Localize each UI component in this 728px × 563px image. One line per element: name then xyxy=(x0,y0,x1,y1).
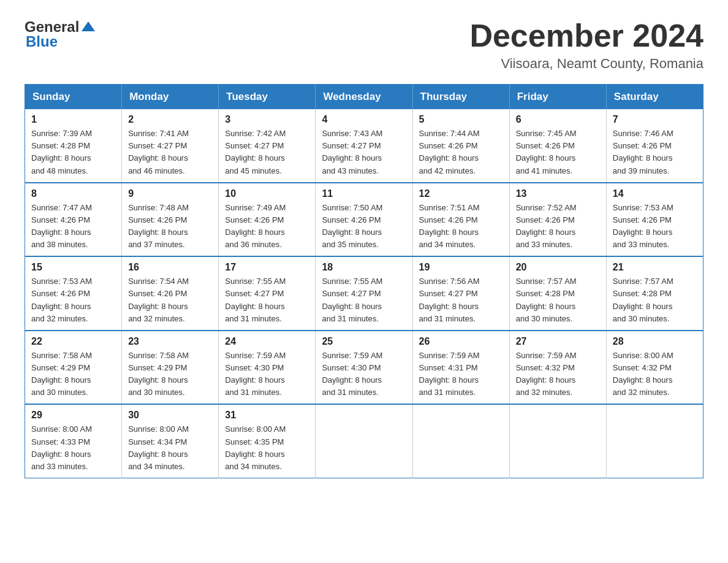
calendar-cell: 5 Sunrise: 7:44 AM Sunset: 4:26 PM Dayli… xyxy=(412,109,509,183)
day-info: Sunrise: 7:52 AM Sunset: 4:26 PM Dayligh… xyxy=(516,202,600,251)
day-number: 27 xyxy=(516,336,600,347)
day-number: 5 xyxy=(419,114,503,125)
calendar-cell xyxy=(412,404,509,478)
day-number: 16 xyxy=(128,262,212,273)
day-info: Sunrise: 7:57 AM Sunset: 4:28 PM Dayligh… xyxy=(613,275,697,325)
day-info: Sunrise: 8:00 AM Sunset: 4:32 PM Dayligh… xyxy=(613,350,697,399)
location-title: Viisoara, Neamt County, Romania xyxy=(469,56,703,72)
logo: General Blue xyxy=(25,18,95,50)
day-number: 19 xyxy=(419,262,503,273)
weekday-header-wednesday: Wednesday xyxy=(316,85,412,110)
calendar-cell: 4 Sunrise: 7:43 AM Sunset: 4:27 PM Dayli… xyxy=(316,109,412,183)
calendar-cell: 31 Sunrise: 8:00 AM Sunset: 4:35 PM Dayl… xyxy=(219,404,316,478)
day-info: Sunrise: 7:55 AM Sunset: 4:27 PM Dayligh… xyxy=(225,275,309,325)
calendar-cell: 14 Sunrise: 7:53 AM Sunset: 4:26 PM Dayl… xyxy=(606,183,703,257)
calendar-cell: 29 Sunrise: 8:00 AM Sunset: 4:33 PM Dayl… xyxy=(25,404,122,478)
day-number: 25 xyxy=(322,336,406,347)
day-number: 30 xyxy=(128,410,212,421)
calendar-table: SundayMondayTuesdayWednesdayThursdayFrid… xyxy=(25,84,703,478)
calendar-cell: 8 Sunrise: 7:47 AM Sunset: 4:26 PM Dayli… xyxy=(25,183,122,257)
calendar-cell: 1 Sunrise: 7:39 AM Sunset: 4:28 PM Dayli… xyxy=(25,109,122,183)
calendar-cell: 16 Sunrise: 7:54 AM Sunset: 4:26 PM Dayl… xyxy=(122,256,219,331)
day-info: Sunrise: 7:59 AM Sunset: 4:31 PM Dayligh… xyxy=(419,350,503,399)
calendar-cell: 7 Sunrise: 7:46 AM Sunset: 4:26 PM Dayli… xyxy=(606,109,703,183)
day-number: 14 xyxy=(613,188,697,199)
day-number: 23 xyxy=(128,336,212,347)
weekday-header-saturday: Saturday xyxy=(606,85,703,110)
calendar-cell: 24 Sunrise: 7:59 AM Sunset: 4:30 PM Dayl… xyxy=(219,331,316,405)
day-number: 12 xyxy=(419,188,503,199)
day-info: Sunrise: 7:43 AM Sunset: 4:27 PM Dayligh… xyxy=(322,128,406,177)
day-info: Sunrise: 7:49 AM Sunset: 4:26 PM Dayligh… xyxy=(225,202,309,251)
day-info: Sunrise: 7:53 AM Sunset: 4:26 PM Dayligh… xyxy=(613,202,697,251)
calendar-week-row: 1 Sunrise: 7:39 AM Sunset: 4:28 PM Dayli… xyxy=(25,109,703,183)
day-info: Sunrise: 7:55 AM Sunset: 4:27 PM Dayligh… xyxy=(322,275,406,325)
day-number: 6 xyxy=(516,114,600,125)
weekday-header-friday: Friday xyxy=(509,85,606,110)
day-number: 24 xyxy=(225,336,309,347)
day-info: Sunrise: 7:51 AM Sunset: 4:26 PM Dayligh… xyxy=(419,202,503,251)
day-number: 15 xyxy=(31,262,115,273)
day-info: Sunrise: 8:00 AM Sunset: 4:35 PM Dayligh… xyxy=(225,423,309,473)
logo-blue-text: Blue xyxy=(26,33,95,50)
day-info: Sunrise: 7:59 AM Sunset: 4:30 PM Dayligh… xyxy=(322,350,406,399)
weekday-header-monday: Monday xyxy=(122,85,219,110)
day-number: 20 xyxy=(516,262,600,273)
calendar-week-row: 29 Sunrise: 8:00 AM Sunset: 4:33 PM Dayl… xyxy=(25,404,703,478)
calendar-cell: 10 Sunrise: 7:49 AM Sunset: 4:26 PM Dayl… xyxy=(219,183,316,257)
day-number: 9 xyxy=(128,188,212,199)
day-number: 11 xyxy=(322,188,406,199)
weekday-header-sunday: Sunday xyxy=(25,85,122,110)
calendar-cell xyxy=(509,404,606,478)
calendar-cell: 21 Sunrise: 7:57 AM Sunset: 4:28 PM Dayl… xyxy=(606,256,703,331)
calendar-cell xyxy=(316,404,412,478)
calendar-cell: 2 Sunrise: 7:41 AM Sunset: 4:27 PM Dayli… xyxy=(122,109,219,183)
day-number: 18 xyxy=(322,262,406,273)
calendar-cell: 23 Sunrise: 7:58 AM Sunset: 4:29 PM Dayl… xyxy=(122,331,219,405)
calendar-cell: 22 Sunrise: 7:58 AM Sunset: 4:29 PM Dayl… xyxy=(25,331,122,405)
day-number: 2 xyxy=(128,114,212,125)
day-number: 31 xyxy=(225,410,309,421)
day-number: 10 xyxy=(225,188,309,199)
day-info: Sunrise: 7:58 AM Sunset: 4:29 PM Dayligh… xyxy=(31,350,115,399)
day-info: Sunrise: 7:48 AM Sunset: 4:26 PM Dayligh… xyxy=(128,202,212,251)
day-info: Sunrise: 7:54 AM Sunset: 4:26 PM Dayligh… xyxy=(128,275,212,325)
day-number: 21 xyxy=(613,262,697,273)
day-info: Sunrise: 7:59 AM Sunset: 4:30 PM Dayligh… xyxy=(225,350,309,399)
calendar-cell: 26 Sunrise: 7:59 AM Sunset: 4:31 PM Dayl… xyxy=(412,331,509,405)
day-number: 13 xyxy=(516,188,600,199)
day-info: Sunrise: 7:45 AM Sunset: 4:26 PM Dayligh… xyxy=(516,128,600,177)
day-number: 28 xyxy=(613,336,697,347)
day-number: 7 xyxy=(613,114,697,125)
title-section: December 2024 Viisoara, Neamt County, Ro… xyxy=(469,18,703,72)
calendar-cell: 17 Sunrise: 7:55 AM Sunset: 4:27 PM Dayl… xyxy=(219,256,316,331)
day-info: Sunrise: 7:57 AM Sunset: 4:28 PM Dayligh… xyxy=(516,275,600,325)
day-info: Sunrise: 7:59 AM Sunset: 4:32 PM Dayligh… xyxy=(516,350,600,399)
day-info: Sunrise: 7:58 AM Sunset: 4:29 PM Dayligh… xyxy=(128,350,212,399)
calendar-cell: 25 Sunrise: 7:59 AM Sunset: 4:30 PM Dayl… xyxy=(316,331,412,405)
day-info: Sunrise: 7:56 AM Sunset: 4:27 PM Dayligh… xyxy=(419,275,503,325)
calendar-cell: 9 Sunrise: 7:48 AM Sunset: 4:26 PM Dayli… xyxy=(122,183,219,257)
calendar-cell: 3 Sunrise: 7:42 AM Sunset: 4:27 PM Dayli… xyxy=(219,109,316,183)
day-number: 1 xyxy=(31,114,115,125)
day-number: 22 xyxy=(31,336,115,347)
calendar-cell: 11 Sunrise: 7:50 AM Sunset: 4:26 PM Dayl… xyxy=(316,183,412,257)
day-number: 17 xyxy=(225,262,309,273)
day-number: 8 xyxy=(31,188,115,199)
day-number: 3 xyxy=(225,114,309,125)
day-number: 4 xyxy=(322,114,406,125)
calendar-cell: 15 Sunrise: 7:53 AM Sunset: 4:26 PM Dayl… xyxy=(25,256,122,331)
day-info: Sunrise: 8:00 AM Sunset: 4:33 PM Dayligh… xyxy=(31,423,115,473)
calendar-cell: 27 Sunrise: 7:59 AM Sunset: 4:32 PM Dayl… xyxy=(509,331,606,405)
day-info: Sunrise: 7:53 AM Sunset: 4:26 PM Dayligh… xyxy=(31,275,115,325)
day-info: Sunrise: 8:00 AM Sunset: 4:34 PM Dayligh… xyxy=(128,423,212,473)
weekday-header-row: SundayMondayTuesdayWednesdayThursdayFrid… xyxy=(25,85,703,110)
calendar-week-row: 15 Sunrise: 7:53 AM Sunset: 4:26 PM Dayl… xyxy=(25,256,703,331)
day-info: Sunrise: 7:39 AM Sunset: 4:28 PM Dayligh… xyxy=(31,128,115,177)
page-header: General Blue December 2024 Viisoara, Nea… xyxy=(25,18,703,72)
calendar-week-row: 22 Sunrise: 7:58 AM Sunset: 4:29 PM Dayl… xyxy=(25,331,703,405)
svg-marker-0 xyxy=(82,21,95,31)
day-info: Sunrise: 7:42 AM Sunset: 4:27 PM Dayligh… xyxy=(225,128,309,177)
calendar-cell: 13 Sunrise: 7:52 AM Sunset: 4:26 PM Dayl… xyxy=(509,183,606,257)
day-number: 29 xyxy=(31,410,115,421)
